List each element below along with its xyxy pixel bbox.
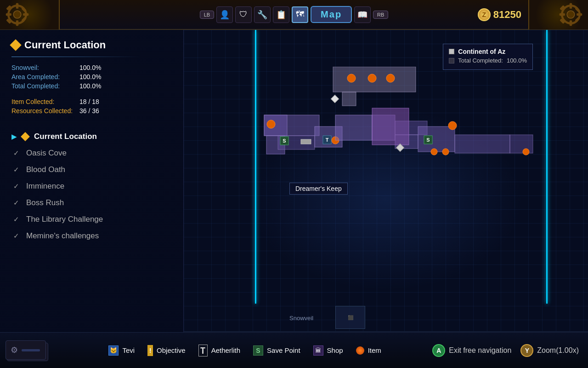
left-panel: Current Location Snowveil: 100.0% Area C… bbox=[0, 30, 184, 368]
settings-indicator bbox=[22, 349, 40, 351]
location-tooltip: Dreamer's Keep bbox=[289, 183, 348, 195]
item-text: Item bbox=[368, 346, 381, 354]
tab-map-icon[interactable]: 🗺 bbox=[292, 6, 308, 23]
save-text: Save Point bbox=[267, 346, 300, 354]
play-icon: ▶ bbox=[11, 133, 17, 140]
location-item-blood-oath[interactable]: ✓ Blood Oath bbox=[11, 161, 172, 178]
location-item-imminence[interactable]: ✓ Imminence bbox=[11, 178, 172, 195]
settings-icon: ⚙ bbox=[11, 345, 18, 355]
check-icon-memine: ✓ bbox=[11, 232, 21, 240]
top-navigation-bar: LB 👤 🛡 🔧 📋 🗺 Map 📖 RB bbox=[0, 0, 588, 30]
tab-skills[interactable]: 🔧 bbox=[254, 6, 271, 23]
stat-value-snowveil: 100.0% bbox=[79, 64, 101, 71]
legend-item-2: Item bbox=[356, 346, 381, 355]
shop-text: Shop bbox=[327, 346, 343, 354]
stat-total-completed: Total Completed: 100.0% bbox=[11, 82, 172, 90]
map-area[interactable]: Continent of Az Total Completed: 100.0% bbox=[184, 30, 588, 368]
gear-icon-right bbox=[558, 2, 583, 27]
exit-nav-btn[interactable]: A Exit free navigation bbox=[432, 344, 511, 357]
tab-quests[interactable]: 📋 bbox=[273, 6, 289, 23]
location-item-oasis[interactable]: ✓ Oasis Cove bbox=[11, 145, 172, 161]
main-content: Current Location Snowveil: 100.0% Area C… bbox=[0, 30, 588, 368]
zoom-btn[interactable]: Y Zoom(1.00x) bbox=[520, 344, 579, 357]
tevi-text: Tevi bbox=[122, 346, 135, 354]
tevi-icon-2: 🐱 bbox=[108, 345, 119, 356]
exit-nav-text: Exit free navigation bbox=[449, 346, 511, 355]
shop-icon-2: 🏛 bbox=[313, 345, 323, 356]
stat-label-resources: Resources Collected: bbox=[11, 107, 76, 115]
map-info-total: Total Completed: 100.0% bbox=[449, 57, 527, 64]
location-item-library[interactable]: ✓ The Library Challenge bbox=[11, 211, 172, 228]
diamond-icon bbox=[10, 39, 21, 51]
location-name-oasis: Oasis Cove bbox=[26, 149, 67, 158]
check-icon-imminence: ✓ bbox=[11, 182, 21, 190]
action-buttons: A Exit free navigation Y Zoom(1.00x) bbox=[432, 344, 579, 357]
location-list: ▶ Current Location ✓ Oasis Cove ✓ Blood … bbox=[11, 128, 172, 244]
legend-save-2: S Save Point bbox=[253, 345, 300, 356]
location-diamond-icon bbox=[21, 132, 30, 141]
location-name-blood-oath: Blood Oath bbox=[26, 165, 65, 174]
svg-rect-13 bbox=[570, 20, 572, 26]
check-icon-blood-oath: ✓ bbox=[11, 166, 21, 174]
svg-text:T: T bbox=[326, 137, 329, 143]
check-icon-oasis: ✓ bbox=[11, 149, 21, 157]
coin-icon: Z bbox=[478, 8, 491, 21]
tab-extra[interactable]: 📖 bbox=[354, 6, 371, 23]
location-item-current[interactable]: ▶ Current Location bbox=[11, 128, 172, 145]
total-completed-label: Total Completed: bbox=[458, 57, 503, 64]
objective-text: Objective bbox=[157, 346, 186, 354]
location-name-boss-rush: Boss Rush bbox=[26, 198, 64, 207]
stat-snowveil: Snowveil: 100.0% bbox=[11, 64, 172, 71]
svg-rect-35 bbox=[301, 139, 311, 144]
svg-rect-43 bbox=[418, 126, 455, 152]
aetherlith-icon-2: T bbox=[198, 345, 208, 356]
svg-rect-21 bbox=[342, 92, 356, 106]
currency-display: Z 81250 bbox=[478, 8, 521, 21]
total-square-icon bbox=[449, 58, 454, 63]
currency-value: 81250 bbox=[493, 9, 521, 21]
stat-label-items: Item Collected: bbox=[11, 98, 76, 105]
svg-rect-45 bbox=[510, 135, 533, 153]
tab-map-label[interactable]: Map bbox=[311, 6, 352, 23]
rb-button[interactable]: RB bbox=[373, 11, 388, 19]
section-title-text: Current Location bbox=[24, 39, 106, 51]
location-name-memine: Memine's challenges bbox=[26, 231, 99, 241]
tab-equipment[interactable]: 🛡 bbox=[235, 6, 252, 23]
svg-point-50 bbox=[431, 149, 437, 155]
location-name-current: Current Location bbox=[34, 132, 97, 141]
svg-point-24 bbox=[368, 74, 376, 82]
continent-label: Continent of Az bbox=[458, 48, 505, 55]
location-name-library: The Library Challenge bbox=[26, 215, 103, 224]
stat-area-completed: Area Completed: 100.0% bbox=[11, 73, 172, 80]
legend-container: 🐱 Tevi ! Objective T Aetherlith S Save P… bbox=[57, 345, 432, 356]
location-item-memine[interactable]: ✓ Memine's challenges bbox=[11, 228, 172, 244]
svg-point-11 bbox=[567, 11, 575, 18]
map-info-box: Continent of Az Total Completed: 100.0% bbox=[443, 44, 533, 70]
lb-button[interactable]: LB bbox=[200, 11, 214, 19]
svg-rect-3 bbox=[16, 20, 19, 26]
gear-icon-left bbox=[5, 2, 30, 27]
location-name-imminence: Imminence bbox=[26, 182, 64, 191]
stat-label-snowveil: Snowveil: bbox=[11, 64, 76, 71]
stat-items: Item Collected: 18 / 18 bbox=[11, 98, 172, 105]
tab-character[interactable]: 👤 bbox=[216, 6, 233, 23]
a-btn[interactable]: A bbox=[432, 344, 445, 357]
y-btn[interactable]: Y bbox=[520, 344, 533, 357]
svg-rect-12 bbox=[570, 3, 572, 9]
check-icon-library: ✓ bbox=[11, 215, 21, 224]
stat-value-resources: 36 / 36 bbox=[79, 107, 99, 115]
svg-rect-15 bbox=[577, 13, 582, 16]
svg-rect-46 bbox=[372, 108, 409, 145]
settings-btn-overlay[interactable]: ⚙ bbox=[6, 340, 46, 360]
svg-rect-39 bbox=[335, 115, 372, 140]
svg-point-25 bbox=[386, 74, 395, 82]
svg-point-32 bbox=[267, 120, 275, 128]
gear-decoration-right bbox=[528, 0, 588, 29]
svg-rect-26 bbox=[331, 95, 339, 103]
location-item-boss-rush[interactable]: ✓ Boss Rush bbox=[11, 195, 172, 211]
svg-point-23 bbox=[347, 74, 356, 82]
current-location-header: Current Location bbox=[11, 39, 172, 51]
stat-value-total: 100.0% bbox=[79, 82, 101, 90]
gear-decoration-left bbox=[0, 0, 60, 29]
svg-text:S: S bbox=[426, 137, 430, 143]
